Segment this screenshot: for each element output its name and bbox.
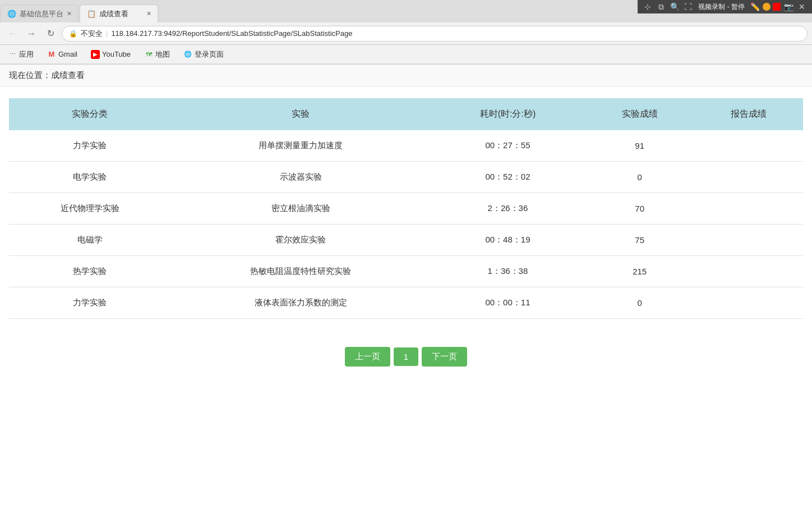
cell-time: 1：36：38 <box>430 256 585 287</box>
address-bar[interactable]: 🔒 不安全 | 118.184.217.73:9492/ReportStuden… <box>62 26 808 42</box>
refresh-button[interactable]: ↻ <box>43 26 58 42</box>
tab-chengji-label: 成绩查看 <box>99 9 128 19</box>
table-row: 电磁学 霍尔效应实验 00：48：19 75 <box>9 225 803 256</box>
bookmark-gmail[interactable]: M Gmail <box>44 49 81 60</box>
bookmark-login[interactable]: 🌐 登录页面 <box>180 48 227 61</box>
window-icon[interactable]: ⧉ <box>656 1 667 12</box>
bookmark-gmail-label: Gmail <box>58 50 77 58</box>
table-row: 力学实验 液体表面张力系数的测定 00：00：11 0 <box>9 287 803 319</box>
col-header-category: 实验分类 <box>9 98 171 130</box>
camera-icon[interactable]: 📷 <box>783 1 794 12</box>
apps-icon: ⋯ <box>8 50 17 59</box>
cell-report-score <box>694 287 803 319</box>
recording-toolbar: ⊹ ⧉ 🔍 ⛶ 视频录制 - 暂停 ✏️ 📷 ✕ <box>638 0 812 13</box>
col-header-experiment: 实验 <box>171 98 430 130</box>
cell-score: 0 <box>585 162 694 193</box>
bookmarks-bar: ⋯ 应用 M Gmail ▶ YouTube 🗺 地图 🌐 登录页面 <box>0 45 812 64</box>
fullscreen-icon[interactable]: ⛶ <box>682 1 694 12</box>
prev-page-button[interactable]: 上一页 <box>345 347 390 367</box>
cell-report-score <box>694 193 803 225</box>
tab-jichu[interactable]: 🌐 基础信息平台 ✕ <box>0 4 79 22</box>
tab-jichu-label: 基础信息平台 <box>20 9 63 19</box>
youtube-icon: ▶ <box>91 50 100 59</box>
login-icon: 🌐 <box>183 50 192 59</box>
results-table: 实验分类 实验 耗时(时:分:秒) 实验成绩 报告成绩 力学实验 用单摆测量重力… <box>9 98 803 319</box>
tab-chengji[interactable]: 📋 成绩查看 ✕ <box>80 4 158 22</box>
tab-chengji-close[interactable]: ✕ <box>144 10 153 19</box>
pen-icon[interactable]: ✏️ <box>749 1 760 12</box>
cell-experiment: 霍尔效应实验 <box>171 225 430 256</box>
next-page-button[interactable]: 下一页 <box>422 347 467 367</box>
cell-report-score <box>694 225 803 256</box>
gmail-icon: M <box>47 50 56 59</box>
table-row: 电学实验 示波器实验 00：52：02 0 <box>9 162 803 193</box>
cell-score: 0 <box>585 287 694 319</box>
bookmark-apps[interactable]: ⋯ 应用 <box>4 48 37 61</box>
col-header-score: 实验成绩 <box>585 98 694 130</box>
pagination: 上一页 1 下一页 <box>0 330 812 378</box>
zoom-icon[interactable]: 🔍 <box>669 1 680 12</box>
cell-category: 热学实验 <box>9 256 171 287</box>
cell-time: 00：52：02 <box>430 162 585 193</box>
bookmark-maps[interactable]: 🗺 地图 <box>141 48 173 61</box>
nav-toolbar: ← → ↻ 🔒 不安全 | 118.184.217.73:9492/Report… <box>0 22 812 45</box>
current-page-button[interactable]: 1 <box>394 347 418 366</box>
table-container: 实验分类 实验 耗时(时:分:秒) 实验成绩 报告成绩 力学实验 用单摆测量重力… <box>0 87 812 330</box>
table-row: 力学实验 用单摆测量重力加速度 00：27：55 91 <box>9 130 803 162</box>
cell-score: 75 <box>585 225 694 256</box>
bookmark-apps-label: 应用 <box>19 49 34 60</box>
cell-category: 近代物理学实验 <box>9 193 171 225</box>
bookmark-youtube[interactable]: ▶ YouTube <box>87 49 134 60</box>
cell-report-score <box>694 256 803 287</box>
pause-indicator[interactable] <box>763 3 771 11</box>
col-header-time: 耗时(时:分:秒) <box>430 98 585 130</box>
cell-experiment: 液体表面张力系数的测定 <box>171 287 430 319</box>
cell-score: 215 <box>585 256 694 287</box>
lock-icon: 🔒 <box>69 30 77 38</box>
cell-report-score <box>694 162 803 193</box>
cell-category: 电磁学 <box>9 225 171 256</box>
url-prefix: 不安全 <box>81 29 103 39</box>
recording-status: 视频录制 - 暂停 <box>698 2 745 12</box>
tab-chengji-icon: 📋 <box>87 10 96 19</box>
col-header-report: 报告成绩 <box>694 98 803 130</box>
cell-experiment: 密立根油滴实验 <box>171 193 430 225</box>
close-recording-icon[interactable]: ✕ <box>796 1 808 12</box>
cell-category: 力学实验 <box>9 287 171 319</box>
bookmark-youtube-label: YouTube <box>102 50 131 58</box>
main-page: 现在位置：成绩查看 实验分类 实验 耗时(时:分:秒) 实验成绩 报告成绩 力学… <box>0 65 812 401</box>
cell-score: 91 <box>585 130 694 162</box>
cell-experiment: 示波器实验 <box>171 162 430 193</box>
maps-icon: 🗺 <box>144 50 153 59</box>
cell-time: 00：48：19 <box>430 225 585 256</box>
cell-time: 00：27：55 <box>430 130 585 162</box>
breadcrumb: 现在位置：成绩查看 <box>0 65 812 87</box>
table-row: 近代物理学实验 密立根油滴实验 2：26：36 70 <box>9 193 803 225</box>
cursor-icon[interactable]: ⊹ <box>642 1 653 12</box>
url-separator: | <box>106 29 108 38</box>
cell-time: 2：26：36 <box>430 193 585 225</box>
bookmark-login-label: 登录页面 <box>195 49 224 60</box>
cell-experiment: 用单摆测量重力加速度 <box>171 130 430 162</box>
cell-category: 力学实验 <box>9 130 171 162</box>
cell-report-score <box>694 130 803 162</box>
cell-experiment: 热敏电阻温度特性研究实验 <box>171 256 430 287</box>
cell-score: 70 <box>585 193 694 225</box>
tab-jichu-close[interactable]: ✕ <box>64 10 73 19</box>
url-display: 118.184.217.73:9492/ReportStudent/SLabSt… <box>111 29 352 38</box>
stop-button[interactable] <box>773 3 781 11</box>
forward-button[interactable]: → <box>24 26 39 42</box>
bookmark-maps-label: 地图 <box>155 49 170 60</box>
cell-time: 00：00：11 <box>430 287 585 319</box>
table-header-row: 实验分类 实验 耗时(时:分:秒) 实验成绩 报告成绩 <box>9 98 803 130</box>
tab-jichu-icon: 🌐 <box>7 10 16 19</box>
back-button[interactable]: ← <box>4 26 20 42</box>
table-row: 热学实验 热敏电阻温度特性研究实验 1：36：38 215 <box>9 256 803 287</box>
cell-category: 电学实验 <box>9 162 171 193</box>
